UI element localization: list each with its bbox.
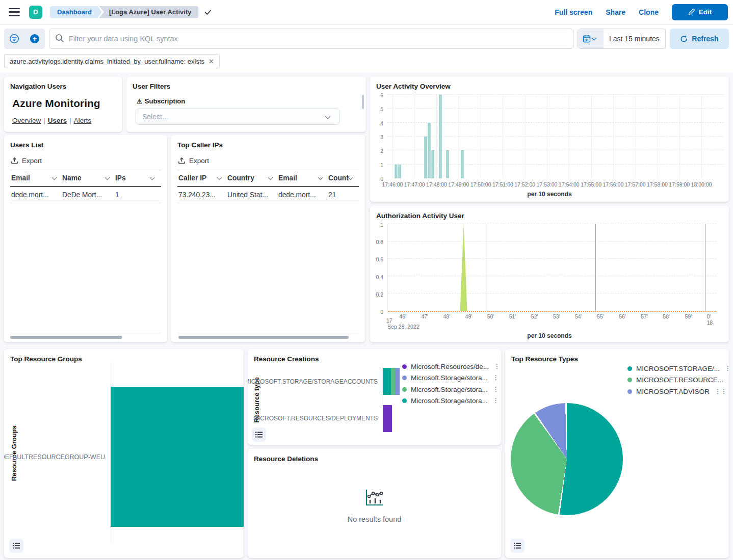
y-tick-label: 0.6 xyxy=(370,256,383,262)
legend-item[interactable]: Microsoft.Storage/stora...⋮⋮ xyxy=(402,395,496,407)
panel-title: User Activity Overview xyxy=(370,76,729,90)
stacked-bar[interactable] xyxy=(383,405,392,432)
grid-line xyxy=(387,122,724,123)
nav-link-alerts[interactable]: Alerts xyxy=(74,117,92,124)
legend-actions-icon[interactable]: ⋮⋮ xyxy=(492,376,501,380)
x-tick-label: 17:55:00 xyxy=(581,181,601,188)
subscription-select[interactable]: Select... xyxy=(136,109,339,125)
table-row[interactable]: dede.mort...DeDe Mort...1 xyxy=(10,187,161,203)
legend-actions-icon[interactable]: ⋮⋮ xyxy=(493,365,501,368)
header-action-share[interactable]: Share xyxy=(606,8,625,16)
table-cell: 1 xyxy=(114,187,159,203)
add-filter-button[interactable]: + xyxy=(24,29,45,49)
category-label: MICROSOFT.STORAGE/STORAGEACCOUNTS xyxy=(248,378,378,385)
close-icon[interactable]: ✕ xyxy=(208,58,214,65)
horizontal-scrollbar[interactable] xyxy=(178,336,349,339)
panel-authorization-activity: Authorization Activity User 46'47'48'49'… xyxy=(370,206,729,342)
grid-line xyxy=(701,95,702,178)
legend-actions-icon[interactable]: ⋮⋮ xyxy=(492,399,501,403)
column-header-name[interactable]: Name xyxy=(61,170,114,186)
chart-bar[interactable] xyxy=(395,165,398,178)
x-tick-label: 18:00:00 xyxy=(691,181,712,188)
horizontal-scrollbar[interactable] xyxy=(10,336,122,339)
panel-title: Top Caller IPs xyxy=(171,135,365,149)
nav-link-overview[interactable]: Overview xyxy=(12,117,41,124)
chart-legend: Microsoft.Resources/de...⋮⋮Microsoft.Sto… xyxy=(402,361,496,407)
grid-line xyxy=(387,94,724,95)
bar-segment[interactable] xyxy=(383,405,392,432)
legend-dot xyxy=(627,366,632,371)
hour-end-label: 18 xyxy=(706,319,713,326)
refresh-button[interactable]: Refresh xyxy=(670,29,729,49)
table-cell: DeDe Mort... xyxy=(61,187,114,203)
legend-list-button[interactable] xyxy=(510,539,525,553)
column-header-ips[interactable]: IPs xyxy=(114,170,159,186)
column-header-country[interactable]: Country xyxy=(226,170,277,186)
breadcrumb-item[interactable]: [Logs Azure] User Activity xyxy=(99,6,199,18)
bar-resource-group[interactable] xyxy=(111,387,244,527)
legend-actions-icon[interactable]: ⋮⋮ xyxy=(714,390,728,393)
column-header-label: Caller IP xyxy=(178,174,206,182)
legend-item[interactable]: Microsoft.Storage/stora...⋮⋮ xyxy=(402,384,496,395)
legend-actions-icon[interactable]: ⋮⋮ xyxy=(727,378,729,382)
edit-button-label: Edit xyxy=(699,8,712,16)
sort-chevron-icon xyxy=(52,175,57,180)
legend-item[interactable]: Microsoft.Resources/de...⋮⋮ xyxy=(402,361,496,372)
activity-spike[interactable] xyxy=(460,224,467,311)
chart-bar[interactable] xyxy=(399,165,401,178)
menu-icon[interactable] xyxy=(9,8,20,16)
check-icon[interactable] xyxy=(204,9,212,16)
legend-label: MICROSOFT.ADVISOR xyxy=(636,388,710,395)
bar-segment[interactable] xyxy=(395,368,400,395)
bar-chart-plot: 17:46:0017:47:0017:48:0017:49:0017:50:00… xyxy=(387,95,724,178)
bar-segment[interactable] xyxy=(383,368,391,395)
time-boundary-line xyxy=(595,224,596,311)
legend-list-button[interactable] xyxy=(9,539,23,553)
legend-item[interactable]: Microsoft.Storage/stora...⋮⋮ xyxy=(402,372,496,384)
vertical-scrollbar[interactable] xyxy=(362,95,364,109)
chart-bar[interactable] xyxy=(461,150,464,178)
header-action-clone[interactable]: Clone xyxy=(639,8,659,16)
nav-link-users[interactable]: Users xyxy=(48,117,67,124)
export-button[interactable]: Export xyxy=(171,149,209,170)
link-separator: | xyxy=(43,117,45,124)
list-icon xyxy=(513,542,521,550)
legend-actions-icon[interactable]: ⋮⋮ xyxy=(492,388,501,391)
breadcrumb-item[interactable]: Dashboard xyxy=(50,6,102,18)
zero-baseline xyxy=(388,311,716,312)
table-row[interactable]: 73.240.23...United Stat...dede.mort...21 xyxy=(177,187,359,203)
chart-bar[interactable] xyxy=(439,95,441,178)
grid-line xyxy=(613,95,614,178)
legend-item[interactable]: MICROSOFT.RESOURCE...⋮⋮ xyxy=(627,375,725,386)
kql-search-input[interactable] xyxy=(49,29,573,49)
filter-pills-row: azure.activitylogs.identity.claims_initi… xyxy=(4,54,220,68)
chart-bar[interactable] xyxy=(428,123,431,178)
calendar-button[interactable] xyxy=(578,29,604,48)
chart-bar[interactable] xyxy=(432,150,434,178)
time-range-button[interactable]: Last 15 minutes xyxy=(604,29,665,48)
saved-queries-button[interactable] xyxy=(4,29,24,49)
x-axis-caption: per 10 seconds xyxy=(370,332,729,339)
space-avatar[interactable]: D xyxy=(29,6,42,19)
pie-chart[interactable] xyxy=(511,403,623,515)
legend-label: Microsoft.Storage/stora... xyxy=(411,374,488,382)
column-header-email[interactable]: Email xyxy=(10,170,61,186)
filter-pill[interactable]: azure.activitylogs.identity.claims_initi… xyxy=(4,54,220,68)
column-header-email[interactable]: Email xyxy=(277,170,327,186)
export-button[interactable]: Export xyxy=(4,149,42,170)
edit-button[interactable]: Edit xyxy=(672,4,728,20)
pencil-icon xyxy=(688,9,695,15)
legend-item[interactable]: MICROSOFT.ADVISOR⋮⋮ xyxy=(627,386,725,397)
column-header-caller-ip[interactable]: Caller IP xyxy=(177,170,226,186)
stacked-bar[interactable] xyxy=(383,368,400,395)
chart-bar[interactable] xyxy=(424,137,427,178)
header-action-full-screen[interactable]: Full screen xyxy=(555,8,592,16)
x-tick-label: 17:47:00 xyxy=(404,181,425,188)
legend-actions-icon[interactable]: ⋮⋮ xyxy=(724,367,729,370)
legend-list-button[interactable] xyxy=(252,428,266,442)
chart-bar[interactable] xyxy=(447,150,449,178)
column-header-count[interactable]: Count xyxy=(327,170,357,186)
bar-segment[interactable] xyxy=(391,368,395,395)
y-tick-label: 0 xyxy=(370,309,383,315)
legend-item[interactable]: MICROSOFT.STORAGE/...⋮⋮ xyxy=(627,363,725,375)
